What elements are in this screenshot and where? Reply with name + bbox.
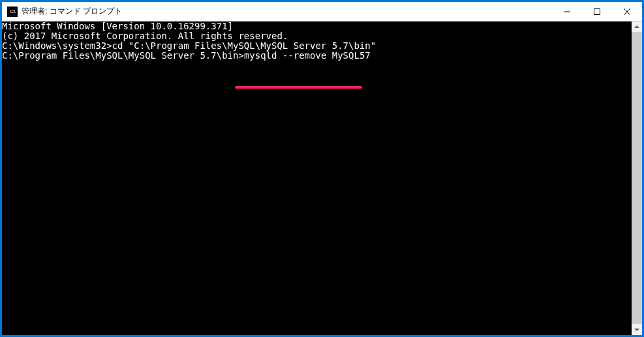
command-text: cd "C:\Program Files\MySQL\MySQL Server …: [112, 40, 376, 51]
command-text: mysqld --remove MySQL57: [244, 50, 371, 61]
vertical-scrollbar[interactable]: [632, 22, 642, 335]
terminal-line: (c) 2017 Microsoft Corporation. All righ…: [2, 31, 632, 41]
close-button[interactable]: [612, 2, 642, 21]
prompt: C:\Program Files\MySQL\MySQL Server 5.7\…: [2, 50, 244, 61]
command-prompt-window: C:\ 管理者: コマンド プロンプト Microsoft Windows [V…: [1, 1, 643, 336]
terminal-line: C:\Windows\system32>cd "C:\Program Files…: [2, 41, 632, 51]
close-icon: [624, 8, 630, 15]
maximize-icon: [594, 8, 600, 15]
terminal-line: Microsoft Windows [Version 10.0.16299.37…: [2, 22, 632, 31]
chevron-down-icon: [634, 329, 639, 331]
scroll-up-button[interactable]: [632, 22, 642, 32]
minimize-button[interactable]: [552, 2, 582, 21]
terminal-line: C:\Program Files\MySQL\MySQL Server 5.7\…: [2, 51, 632, 61]
svg-rect-1: [594, 8, 600, 14]
terminal-area: Microsoft Windows [Version 10.0.16299.37…: [2, 22, 642, 335]
app-icon: C:\: [7, 7, 18, 17]
maximize-button[interactable]: [582, 2, 612, 21]
terminal-output[interactable]: Microsoft Windows [Version 10.0.16299.37…: [2, 22, 632, 335]
scroll-down-button[interactable]: [632, 325, 642, 335]
minimize-icon: [564, 8, 570, 15]
window-title: 管理者: コマンド プロンプト: [22, 6, 552, 17]
chevron-up-icon: [634, 25, 639, 28]
window-controls: [552, 2, 642, 21]
prompt: C:\Windows\system32>: [2, 40, 112, 51]
scroll-thumb[interactable]: [632, 32, 642, 324]
titlebar[interactable]: C:\ 管理者: コマンド プロンプト: [2, 2, 642, 22]
highlight-underline: [235, 86, 362, 89]
